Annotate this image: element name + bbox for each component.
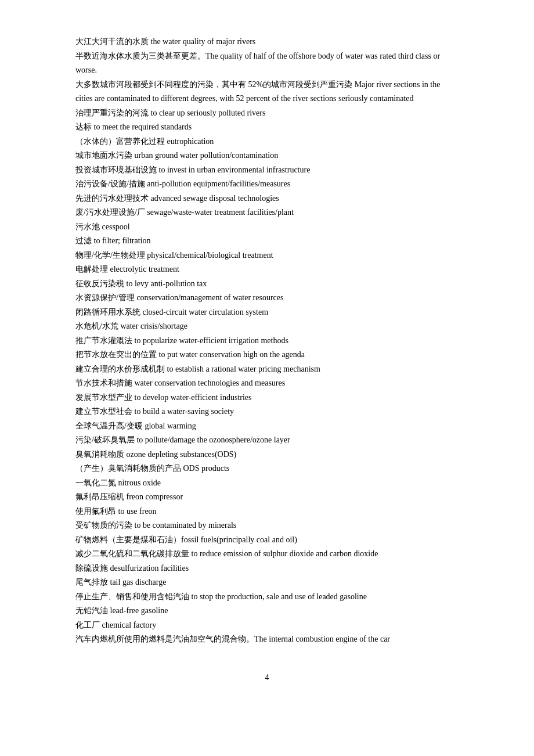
text-line: 尾气排放 tail gas discharge bbox=[75, 575, 459, 590]
text-line: 矿物燃料（主要是煤和石油）fossil fuels(principally co… bbox=[75, 533, 459, 548]
text-line: 建立合理的水价形成机制 to establish a rational wate… bbox=[75, 362, 459, 377]
text-line: 电解处理 electrolytic treatment bbox=[75, 262, 459, 277]
text-line: 全球气温升高/变暖 global warming bbox=[75, 419, 459, 434]
text-line: 化工厂 chemical factory bbox=[75, 618, 459, 633]
text-line: 污染/破坏臭氧层 to pollute/damage the ozonosphe… bbox=[75, 433, 459, 448]
text-line: 闭路循环用水系统 closed-circuit water circulatio… bbox=[75, 305, 459, 320]
text-line: 大多数城市河段都受到不同程度的污染，其中有 52%的城市河段受到严重污染 Maj… bbox=[75, 78, 459, 106]
text-line: 污水池 cesspool bbox=[75, 220, 459, 235]
text-line: 汽车内燃机所使用的燃料是汽油加空气的混合物。The internal combu… bbox=[75, 632, 459, 647]
page-number: 4 bbox=[75, 670, 459, 685]
text-line: 征收反污染税 to levy anti-pollution tax bbox=[75, 277, 459, 291]
text-line: 过滤 to filter; filtration bbox=[75, 234, 459, 249]
text-line: 无铅汽油 lead-free gasoline bbox=[75, 604, 459, 618]
text-line: 水危机/水荒 water crisis/shortage bbox=[75, 319, 459, 334]
text-line: 氟利昂压缩机 freon compressor bbox=[75, 490, 459, 505]
text-line: 达标 to meet the required standards bbox=[75, 120, 459, 135]
text-line: 发展节水型产业 to develop water-efficient indus… bbox=[75, 391, 459, 405]
text-line: 推广节水灌溉法 to popularize water-efficient ir… bbox=[75, 334, 459, 348]
text-line: 臭氧消耗物质 ozone depleting substances(ODS) bbox=[75, 448, 459, 462]
text-line: 水资源保护/管理 conservation/management of wate… bbox=[75, 291, 459, 305]
text-line: 城市地面水污染 urban ground water pollution/con… bbox=[75, 149, 459, 163]
text-line: 治理严重污染的河流 to clear up seriously polluted… bbox=[75, 106, 459, 121]
text-line: 使用氟利昂 to use freon bbox=[75, 505, 459, 519]
text-line: 治污设备/设施/措施 anti-pollution equipment/faci… bbox=[75, 177, 459, 192]
text-line: 物理/化学/生物处理 physical/chemical/biological … bbox=[75, 249, 459, 263]
text-line: 停止生产、销售和使用含铅汽油 to stop the production, s… bbox=[75, 590, 459, 604]
text-line: 减少二氧化硫和二氧化碳排放量 to reduce emission of sul… bbox=[75, 547, 459, 561]
text-line: 先进的污水处理技术 advanced sewage disposal techn… bbox=[75, 192, 459, 206]
main-content: 大江大河干流的水质 the water quality of major riv… bbox=[75, 35, 459, 647]
text-line: 半数近海水体水质为三类甚至更差。The quality of half of t… bbox=[75, 49, 459, 78]
text-line: 一氧化二氮 nitrous oxide bbox=[75, 476, 459, 491]
text-line: （产生）臭氧消耗物质的产品 ODS products bbox=[75, 462, 459, 476]
text-line: 废/污水处理设施/厂 sewage/waste-water treatment … bbox=[75, 206, 459, 220]
text-line: 大江大河干流的水质 the water quality of major riv… bbox=[75, 35, 459, 49]
text-line: 把节水放在突出的位置 to put water conservation hig… bbox=[75, 348, 459, 362]
text-line: 受矿物质的污染 to be contaminated by minerals bbox=[75, 519, 459, 533]
text-line: 投资城市环境基础设施 to invest in urban environmen… bbox=[75, 163, 459, 178]
text-line: 除硫设施 desulfurization facilities bbox=[75, 561, 459, 576]
text-line: （水体的）富营养化过程 eutrophication bbox=[75, 135, 459, 149]
text-line: 建立节水型社会 to build a water-saving society bbox=[75, 405, 459, 419]
text-line: 节水技术和措施 water conservation technologies … bbox=[75, 376, 459, 391]
